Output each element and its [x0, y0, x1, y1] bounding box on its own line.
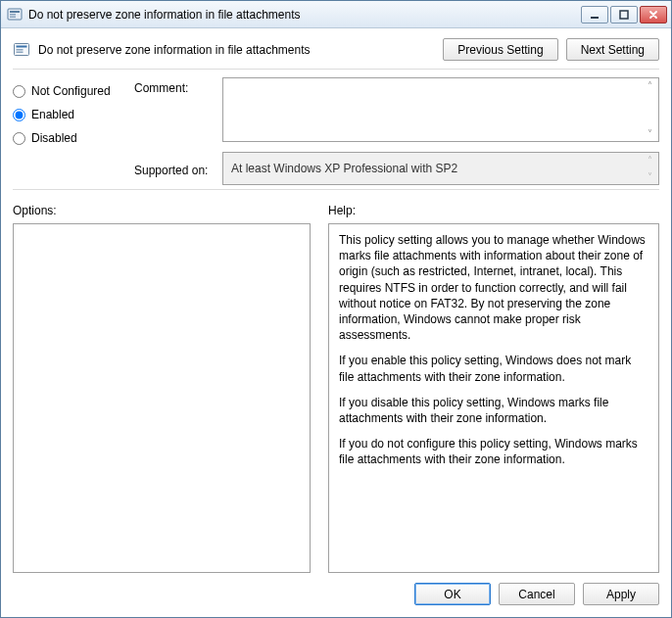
- scroll-down-icon: ˅: [648, 171, 652, 182]
- help-paragraph: If you enable this policy setting, Windo…: [339, 353, 648, 384]
- scroll-up-icon: ˄: [648, 155, 652, 166]
- radio-enabled-input[interactable]: [13, 109, 25, 121]
- help-paragraph: If you do not configure this policy sett…: [339, 436, 648, 467]
- radio-enabled[interactable]: Enabled: [13, 103, 128, 126]
- radio-not-configured[interactable]: Not Configured: [13, 79, 128, 103]
- apply-button[interactable]: Apply: [583, 583, 659, 605]
- scroll-up-icon: ˄: [648, 80, 652, 91]
- cancel-button[interactable]: Cancel: [499, 583, 575, 605]
- supported-on-value: At least Windows XP Professional with SP…: [231, 162, 457, 175]
- scrollbar: ˄ ˅: [643, 155, 656, 182]
- radio-disabled-input[interactable]: [13, 132, 25, 145]
- help-paragraph: This policy setting allows you to manage…: [339, 232, 648, 343]
- svg-rect-3: [10, 16, 16, 18]
- help-paragraph: If you disable this policy setting, Wind…: [339, 395, 648, 426]
- dialog-window: Do not preserve zone information in file…: [0, 0, 672, 618]
- policy-app-icon: [7, 7, 23, 23]
- svg-rect-5: [620, 11, 628, 19]
- previous-setting-button[interactable]: Previous Setting: [443, 38, 557, 61]
- close-button[interactable]: [640, 6, 667, 24]
- maximize-button[interactable]: [610, 6, 638, 24]
- radio-disabled[interactable]: Disabled: [13, 126, 128, 150]
- radio-not-configured-input[interactable]: [13, 85, 25, 98]
- radio-label: Disabled: [31, 131, 77, 145]
- svg-rect-8: [17, 49, 24, 51]
- supported-on-value-box: At least Windows XP Professional with SP…: [222, 152, 659, 185]
- svg-rect-1: [10, 11, 20, 13]
- comment-label: Comment:: [134, 77, 222, 95]
- ok-button[interactable]: OK: [414, 583, 491, 605]
- scrollbar[interactable]: ˄ ˅: [643, 80, 656, 139]
- dialog-header: Do not preserve zone information in file…: [1, 28, 671, 69]
- radio-label: Not Configured: [31, 84, 111, 98]
- scroll-down-icon: ˅: [648, 128, 652, 139]
- svg-rect-7: [17, 45, 27, 47]
- policy-icon: [13, 41, 30, 59]
- options-box: [13, 223, 311, 573]
- window-title: Do not preserve zone information in file…: [28, 8, 581, 22]
- help-pane: Help: This policy setting allows you to …: [328, 204, 659, 573]
- help-box: This policy setting allows you to manage…: [328, 223, 659, 573]
- panes-row: Options: Help: This policy setting allow…: [1, 190, 671, 573]
- titlebar: Do not preserve zone information in file…: [1, 1, 671, 28]
- state-radio-group: Not Configured Enabled Disabled: [13, 77, 128, 185]
- minimize-button[interactable]: [581, 6, 608, 24]
- options-label: Options:: [13, 204, 311, 217]
- fields-grid: Comment: ˄ ˅ Supported on: At least Wind…: [134, 77, 659, 185]
- window-controls: [581, 6, 667, 24]
- svg-rect-9: [17, 51, 24, 53]
- radio-label: Enabled: [31, 108, 74, 121]
- supported-on-label: Supported on:: [134, 160, 222, 177]
- svg-rect-4: [591, 17, 599, 19]
- next-setting-button[interactable]: Next Setting: [566, 38, 659, 61]
- config-row: Not Configured Enabled Disabled Comment:…: [1, 70, 671, 189]
- comment-textarea[interactable]: ˄ ˅: [222, 77, 659, 142]
- help-label: Help:: [328, 204, 659, 217]
- svg-rect-2: [10, 14, 16, 16]
- dialog-footer: OK Cancel Apply: [1, 573, 671, 617]
- dialog-subtitle: Do not preserve zone information in file…: [38, 43, 435, 57]
- options-pane: Options:: [13, 204, 311, 573]
